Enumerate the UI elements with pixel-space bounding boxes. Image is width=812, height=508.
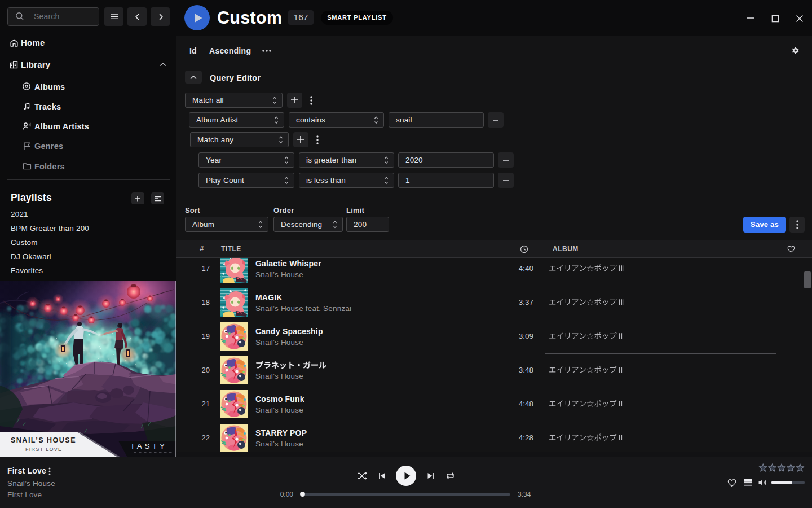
svg-text:SNAIL’S HOUSE: SNAIL’S HOUSE [11,436,76,444]
svg-text:TASTY: TASTY [130,442,167,450]
svg-text:FIRST LOVE: FIRST LOVE [25,446,62,452]
